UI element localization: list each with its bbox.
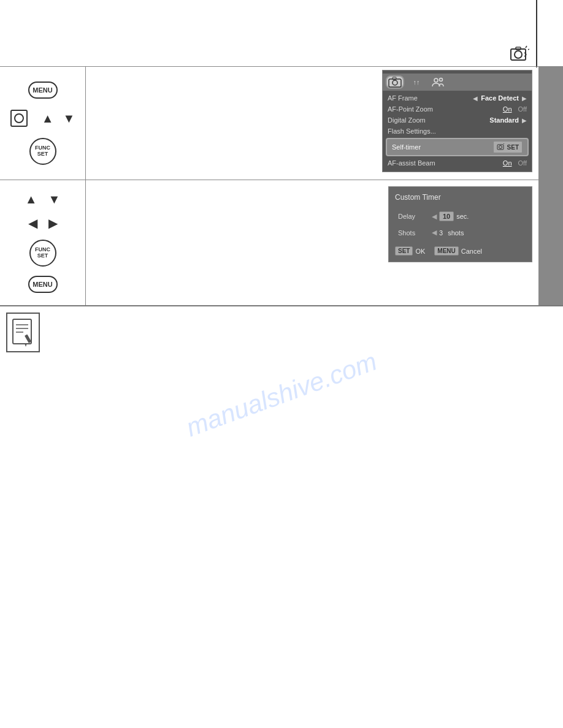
af-point-on: On bbox=[503, 105, 512, 113]
vertical-line bbox=[536, 0, 537, 67]
menu-tab-row: ↑↑ bbox=[383, 74, 532, 91]
af-frame-arrow-right: ▶ bbox=[522, 95, 527, 102]
flash-settings-label: Flash Settings... bbox=[388, 127, 527, 135]
arrow-up-r1: ▲ bbox=[42, 112, 54, 126]
svg-marker-18 bbox=[25, 343, 27, 347]
shots-unit: shots bbox=[448, 229, 464, 237]
arrow-up-r2: ▲ bbox=[25, 192, 37, 207]
custom-timer-title: Custom Timer bbox=[395, 193, 526, 202]
func-set-button-row2[interactable]: FUNC SET bbox=[29, 240, 56, 267]
af-assist-on: On bbox=[503, 159, 512, 167]
note-section bbox=[0, 305, 563, 434]
arrow-down-r2: ▼ bbox=[48, 192, 61, 207]
self-timer-top-icon bbox=[510, 44, 529, 64]
menu-button-row2[interactable]: MENU bbox=[28, 276, 58, 293]
svg-point-9 bbox=[440, 78, 443, 82]
footer-menu-badge: MENU bbox=[434, 246, 458, 256]
menu-row-af-frame: AF Frame ◀ Face Detect ▶ bbox=[383, 93, 532, 104]
shots-label: Shots bbox=[398, 229, 432, 237]
row1-left-panel: MENU ▲ ▼ FUNC SET bbox=[0, 67, 86, 180]
svg-point-6 bbox=[393, 80, 397, 85]
menu-row-flash-settings: Flash Settings... bbox=[383, 126, 532, 137]
menu-tab-camera[interactable] bbox=[386, 75, 404, 89]
digital-zoom-label: Digital Zoom bbox=[388, 116, 486, 124]
set-label: SET bbox=[507, 144, 519, 151]
set-badge: SET bbox=[493, 141, 523, 153]
menu-tab-settings[interactable]: ↑↑ bbox=[407, 75, 426, 89]
row2: ▲ ▼ ◀ ▶ FUNC SET MENU Custom Timer Delay bbox=[0, 180, 563, 305]
row2-camera-panel: Custom Timer Delay ◀ 10 sec. Shots ◀ 3 s… bbox=[86, 180, 563, 305]
row1-icon-group: MENU ▲ ▼ FUNC SET bbox=[6, 82, 79, 165]
tab-settings-icon: ↑↑ bbox=[413, 78, 420, 86]
menu-row-af-assist: AF-assist Beam On Off bbox=[383, 157, 532, 169]
af-assist-off: Off bbox=[518, 159, 527, 167]
func-set-button-row1[interactable]: FUNC SET bbox=[29, 138, 56, 165]
footer-menu-cancel: MENU Cancel bbox=[434, 246, 482, 256]
footer-cancel-label: Cancel bbox=[461, 248, 482, 255]
svg-point-11 bbox=[499, 146, 502, 149]
shutter-circle bbox=[14, 113, 24, 123]
shots-value: 3 bbox=[439, 229, 443, 237]
menu-row-self-timer[interactable]: Self-timer SET bbox=[386, 138, 529, 156]
svg-point-1 bbox=[515, 51, 522, 58]
svg-line-3 bbox=[526, 46, 527, 48]
af-frame-arrow-left: ◀ bbox=[473, 95, 478, 102]
row2-left-right-arrows: ◀ ▶ bbox=[25, 216, 61, 230]
footer-set-ok: SET OK bbox=[395, 246, 425, 256]
row1-camera-panel: ↑↑ AF Frame ◀ Face Detect ▶ bbox=[86, 67, 563, 180]
note-icon-box bbox=[6, 313, 40, 352]
digital-zoom-arrow-right: ▶ bbox=[522, 117, 527, 124]
timer-shots-row: Shots ◀ 3 shots bbox=[395, 226, 526, 239]
af-frame-value: Face Detect bbox=[481, 94, 519, 102]
right-sidebar bbox=[538, 66, 563, 305]
shots-arrow-left: ◀ bbox=[432, 229, 437, 237]
custom-timer-panel: Custom Timer Delay ◀ 10 sec. Shots ◀ 3 s… bbox=[388, 186, 532, 262]
delay-arrow-left: ◀ bbox=[432, 213, 437, 221]
shutter-arrow-row: ▲ ▼ bbox=[6, 110, 79, 127]
delay-label: Delay bbox=[398, 213, 432, 220]
row2-left-panel: ▲ ▼ ◀ ▶ FUNC SET MENU bbox=[0, 180, 86, 305]
af-point-zoom-label: AF-Point Zoom bbox=[388, 105, 500, 113]
menu-button-row1[interactable]: MENU bbox=[28, 82, 58, 99]
row1: MENU ▲ ▼ FUNC SET bbox=[0, 66, 563, 180]
delay-value: 10 bbox=[439, 211, 454, 221]
note-text bbox=[46, 313, 557, 428]
svg-line-4 bbox=[528, 49, 529, 50]
af-assist-label: AF-assist Beam bbox=[388, 159, 500, 167]
menu-row-digital-zoom: Digital Zoom Standard ▶ bbox=[383, 115, 532, 126]
row2-icon-group: ▲ ▼ ◀ ▶ FUNC SET MENU bbox=[25, 189, 61, 296]
shutter-icon bbox=[10, 110, 28, 127]
shots-value-group: ◀ 3 shots bbox=[432, 229, 523, 237]
af-point-off: Off bbox=[518, 105, 527, 113]
arrow-down-r1: ▼ bbox=[63, 112, 75, 126]
arrow-left-r2: ◀ bbox=[28, 216, 37, 230]
menu-row-af-point-zoom: AF-Point Zoom On Off bbox=[383, 104, 532, 115]
svg-point-8 bbox=[434, 78, 438, 82]
timer-delay-row: Delay ◀ 10 sec. bbox=[395, 209, 526, 224]
delay-unit: sec. bbox=[456, 213, 469, 220]
footer-ok-label: OK bbox=[415, 248, 425, 255]
self-timer-label: Self-timer bbox=[392, 143, 493, 151]
timer-footer: SET OK MENU Cancel bbox=[395, 246, 526, 256]
svg-line-12 bbox=[504, 143, 504, 144]
row2-up-down-arrows: ▲ ▼ bbox=[25, 192, 61, 207]
digital-zoom-value: Standard bbox=[489, 116, 519, 124]
menu-tab-people[interactable] bbox=[429, 75, 447, 89]
delay-value-group: ◀ 10 sec. bbox=[432, 211, 523, 221]
footer-set-badge: SET bbox=[395, 246, 413, 256]
camera-menu-overlay: ↑↑ AF Frame ◀ Face Detect ▶ bbox=[382, 70, 532, 172]
arrow-right-r2: ▶ bbox=[48, 216, 58, 230]
af-frame-label: AF Frame bbox=[388, 94, 470, 102]
